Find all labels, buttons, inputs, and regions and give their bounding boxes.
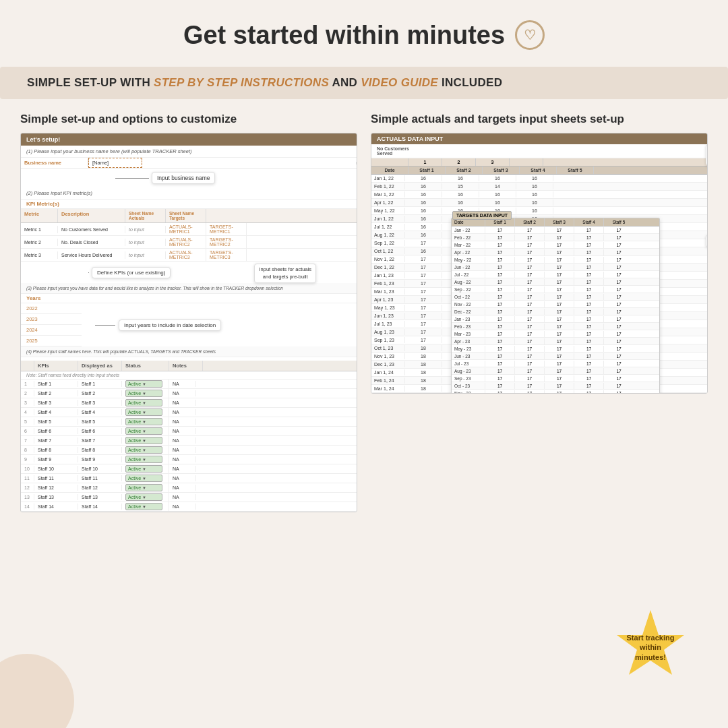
biz-label: Business name [21, 158, 88, 167]
staff-row-display: Staff 11 [78, 475, 122, 481]
status-dropdown[interactable]: Active ▼ [125, 437, 162, 444]
targets-mini-row: Oct - 23 17 17 17 17 17 [452, 382, 659, 390]
staff-row-notes: NA [169, 475, 196, 481]
targets-mini-row: Aug - 22 17 17 17 17 17 [452, 278, 659, 286]
actuals-cell-3: 16 [516, 183, 553, 189]
actuals-cell-0: 16 [405, 248, 442, 254]
callout-dates-group: Customize dates [706, 238, 708, 243]
dropdown-arrow-icon: ▼ [142, 458, 146, 462]
staff-row: 6 Staff 6 Staff 6 Active ▼ NA [21, 427, 357, 436]
status-dropdown[interactable]: Active ▼ [125, 446, 162, 454]
targets-mini-row: Jul - 23 17 17 17 17 17 [452, 360, 659, 367]
targets-mini-row: Mar - 22 17 17 17 17 17 [452, 241, 659, 249]
staff-row-display: Staff 12 [78, 485, 122, 491]
col-num-3: 3 [476, 158, 510, 166]
targets-mini-row: Jan - 23 17 17 17 17 17 [452, 315, 659, 323]
actuals-cell-1: 15 [442, 183, 479, 189]
dropdown-arrow-icon: ▼ [142, 429, 146, 433]
staff-row-display: Staff 8 [78, 447, 122, 453]
actuals-cell-0: 17 [405, 305, 442, 311]
staff-row-notes: NA [169, 456, 196, 462]
staff-row: 13 Staff 13 Staff 13 Active ▼ NA [21, 493, 357, 502]
actuals-cell-0: 17 [405, 313, 442, 319]
status-value: Active [128, 495, 141, 499]
actuals-cell-0: 16 [405, 175, 442, 181]
targets-mini-row: Sep - 23 17 17 17 17 17 [452, 375, 659, 382]
status-value: Active [128, 438, 141, 443]
dropdown-arrow-icon: ▼ [142, 486, 146, 490]
status-dropdown[interactable]: Active ▼ [125, 465, 162, 473]
staff-row-name: Staff 14 [34, 504, 78, 510]
staff-row-name: Staff 10 [34, 466, 78, 472]
actuals-cell-0: 18 [405, 377, 442, 384]
kpi-input-3[interactable]: to input [125, 251, 166, 259]
targets-mini-row: Jun - 23 17 17 17 17 17 [452, 353, 659, 360]
status-dropdown[interactable]: Active ▼ [125, 399, 162, 406]
targets-mini-rows: Jan - 22 17 17 17 17 17 Feb - 22 17 17 1… [452, 226, 659, 394]
callout-area-biz: Input business name [21, 169, 357, 187]
actuals-date: Aug 1, 23 [371, 329, 405, 335]
actuals-date: Feb 1, 22 [371, 183, 405, 189]
targets-mini-row: May - 22 17 17 17 17 17 [452, 256, 659, 264]
staff-row-name: Staff 7 [34, 437, 78, 444]
staff-row-name: Staff 13 [34, 494, 78, 500]
col-staff-5: Staff 5 [557, 166, 594, 174]
status-dropdown[interactable]: Active ▼ [125, 456, 162, 463]
actuals-date: Mar 1, 23 [371, 289, 405, 295]
status-value: Active [128, 391, 141, 396]
status-value: Active [128, 419, 141, 424]
col-staff-3: Staff 3 [483, 166, 520, 174]
dropdown-arrow-icon: ▼ [142, 439, 146, 443]
status-dropdown[interactable]: Active ▼ [125, 408, 162, 416]
status-dropdown[interactable]: Active ▼ [125, 418, 162, 425]
staff-note: Note: Staff names feed directly into inp… [21, 371, 357, 380]
staff-row-status: Active ▼ [122, 446, 169, 454]
status-dropdown[interactable]: Active ▼ [125, 390, 162, 397]
staff-row-notes: NA [169, 437, 196, 444]
staff-row-name: Staff 5 [34, 419, 78, 425]
actuals-date: Jan 1, 23 [371, 272, 405, 278]
status-dropdown[interactable]: Active ▼ [125, 484, 162, 491]
status-dropdown[interactable]: Active ▼ [125, 493, 162, 501]
status-dropdown[interactable]: Active ▼ [125, 380, 162, 388]
staff-row: 3 Staff 3 Staff 3 Active ▼ NA [21, 398, 357, 408]
callout-dates: Customize dates [706, 235, 708, 247]
staff-row-status: Active ▼ [122, 455, 169, 464]
staff-row-num: 1 [21, 381, 34, 387]
actuals-date: Sep 1, 23 [371, 337, 405, 343]
actuals-date: May 1, 23 [371, 305, 405, 311]
star-badge: Start trackingwithin minutes! [610, 607, 691, 688]
kpi-metric-1: Metric 1 [21, 226, 58, 233]
status-dropdown[interactable]: Active ▼ [125, 475, 162, 482]
targets-mini-sheet: Date Staff 1 Staff 2 Staff 3 Staff 4 Sta… [451, 218, 660, 394]
actuals-cell-0: 17 [405, 337, 442, 343]
step2-label: (2) Please input KPI metric(s) [21, 187, 357, 200]
biz-value[interactable]: [Name] [88, 158, 142, 168]
staff-row: 9 Staff 9 Staff 9 Active ▼ NA [21, 455, 357, 464]
callout-years: Input years to include in date selection [119, 320, 221, 331]
kpi-targets-2: TARGETS-METRIC2 [206, 236, 247, 248]
actuals-cell-2: 14 [479, 183, 516, 189]
year-2025: 2025 [21, 336, 82, 346]
actuals-cell-0: 16 [405, 200, 442, 206]
actuals-date: Jul 1, 22 [371, 224, 405, 230]
actuals-cell-0: 17 [405, 329, 442, 335]
staff-row-status: Active ▼ [122, 389, 169, 398]
biz-row: Business name [Name] [21, 158, 357, 169]
actuals-cell-1: 16 [442, 191, 479, 198]
actuals-cell-0: 16 [405, 224, 442, 230]
left-panel: Simple set-up and options to customize L… [20, 113, 357, 512]
staff-row-display: Staff 1 [78, 381, 122, 387]
actuals-cell-3: 16 [516, 208, 553, 214]
staff-row-num: 8 [21, 447, 34, 453]
staff-row-num: 4 [21, 409, 34, 415]
actuals-cell-1: 16 [442, 175, 479, 181]
kpi-input-2[interactable]: to input [125, 239, 166, 246]
targets-mini-row: Feb - 23 17 17 17 17 17 [452, 323, 659, 330]
kpi-input-1[interactable]: to input [125, 226, 166, 233]
actuals-cell-0: 16 [405, 208, 442, 214]
status-dropdown[interactable]: Active ▼ [125, 503, 162, 510]
staff-row: 10 Staff 10 Staff 10 Active ▼ NA [21, 464, 357, 474]
status-dropdown[interactable]: Active ▼ [125, 427, 162, 435]
heart-icon: ♡ [515, 20, 545, 50]
